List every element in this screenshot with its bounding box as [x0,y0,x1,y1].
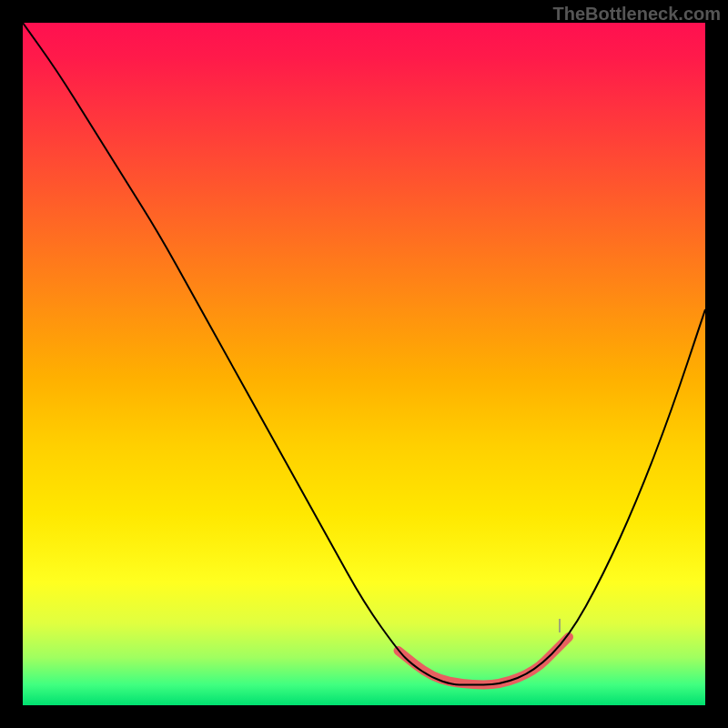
bottleneck-curve [23,23,705,685]
chart-plot-area [23,23,705,705]
watermark-text: TheBottleneck.com [553,4,721,25]
curve-svg [23,23,705,705]
